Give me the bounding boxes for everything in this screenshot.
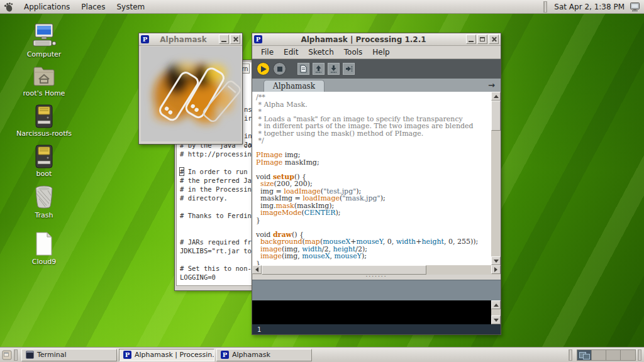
menu-tools[interactable]: Tools <box>339 47 368 58</box>
taskbar-drag-handle[interactable] <box>569 349 572 361</box>
scroll-up-button[interactable] <box>491 92 501 101</box>
menu-applications[interactable]: Applications <box>18 0 75 14</box>
scroll-down-button[interactable] <box>491 315 501 324</box>
save-button[interactable] <box>328 63 340 75</box>
console-splitter[interactable]: ······· <box>252 275 501 280</box>
desktop-icon-computer[interactable]: Computer <box>11 23 77 58</box>
editor-horizontal-scrollbar[interactable] <box>252 265 501 275</box>
workspace-2[interactable] <box>592 350 606 360</box>
workspace-1[interactable] <box>577 350 592 360</box>
terminal-line: # the preferred Jav <box>177 176 252 185</box>
scrollbar-thumb[interactable] <box>491 101 501 131</box>
splitter-grip-dots: ······· <box>365 275 387 278</box>
stop-button[interactable] <box>273 62 286 75</box>
sketch-window-titlebar[interactable]: P Alphamask <box>139 33 242 46</box>
menu-sketch[interactable]: Sketch <box>303 47 338 58</box>
gnome-foot-icon[interactable] <box>3 1 14 13</box>
sketch-canvas[interactable] <box>141 47 241 141</box>
menu-file[interactable]: File <box>256 47 279 58</box>
tab-alphamask[interactable]: Alphamask <box>264 80 325 92</box>
code-line: * together using the mask() method of PI… <box>256 130 489 138</box>
message-area <box>252 280 501 300</box>
desktop-icon-trash[interactable]: Trash <box>11 185 77 219</box>
editor-vertical-scrollbar[interactable] <box>491 92 501 265</box>
menu-help[interactable]: Help <box>367 47 394 58</box>
menu-edit[interactable]: Edit <box>279 47 303 58</box>
scroll-down-button[interactable] <box>491 256 501 265</box>
menu-system[interactable]: System <box>111 0 150 14</box>
taskbar: Terminal P Alphamask | Processin... P Al… <box>0 347 644 362</box>
ide-toolbar <box>252 59 501 79</box>
ide-titlebar[interactable]: P Alphamask | Processing 1.2.1 <box>252 33 501 46</box>
maximize-button[interactable] <box>477 35 487 44</box>
show-desktop-icon[interactable] <box>2 350 12 360</box>
processing-icon: P <box>221 351 229 359</box>
status-bar: 1 <box>252 324 501 334</box>
terminal-line <box>177 202 252 211</box>
new-sketch-button[interactable] <box>297 63 309 75</box>
code-line: */ <box>256 137 489 145</box>
ide-window-title: Alphamask | Processing 1.2.1 <box>262 35 465 44</box>
desktop-icon-narcissus-rootfs[interactable]: Narcissus-rootfs <box>11 104 77 138</box>
minimize-button[interactable] <box>466 35 476 44</box>
close-icon <box>491 36 497 42</box>
desktop-icon-home[interactable]: root's Home <box>11 64 77 97</box>
workspace-3[interactable] <box>606 350 621 360</box>
console-area[interactable] <box>252 300 501 324</box>
console-vertical-scrollbar[interactable] <box>491 300 501 324</box>
drive-icon <box>33 145 55 168</box>
export-icon <box>345 65 353 73</box>
clock[interactable]: Sat Apr 2, 1:38 PM <box>549 3 630 11</box>
tab-menu-arrow-icon[interactable]: → <box>488 80 495 90</box>
taskbar-item-alphamask[interactable]: P Alphamask <box>216 349 312 361</box>
desktop-icon-label: Trash <box>11 211 77 219</box>
terminal-line: LOGGING=0 <box>177 273 252 282</box>
scroll-right-button[interactable] <box>491 265 501 274</box>
taskbar-item-terminal[interactable]: Terminal <box>21 349 117 361</box>
arrow-down-icon <box>494 260 499 263</box>
trash-icon <box>32 185 56 210</box>
arrow-left-icon <box>255 267 258 272</box>
close-button[interactable] <box>230 35 240 44</box>
run-button[interactable] <box>257 62 270 75</box>
stop-icon <box>277 67 282 72</box>
code-line: image(img, mouseX, mouseY); <box>256 253 489 260</box>
desktop-icon-label: Computer <box>11 50 77 58</box>
close-icon <box>233 36 238 42</box>
minimize-icon <box>221 41 226 42</box>
panel-drag-handle[interactable] <box>543 1 547 13</box>
run-icon <box>261 66 267 72</box>
sketch-output-window[interactable]: P Alphamask <box>138 33 243 145</box>
sketch-window-title: Alphamask <box>149 35 218 44</box>
terminal-lines: # by the "java" cor# http://processing #… <box>177 141 252 282</box>
workspace-switcher <box>577 349 636 361</box>
scrollbar-thumb[interactable] <box>262 265 426 275</box>
desktop-icon-cloud9[interactable]: Cloud9 <box>11 231 77 266</box>
workspace-4[interactable] <box>621 350 635 360</box>
desktop-icon-boot[interactable]: boot <box>11 145 77 178</box>
minimize-icon <box>469 41 474 42</box>
taskbar-item-processing-ide[interactable]: P Alphamask | Processin... <box>119 349 214 361</box>
processing-ide-window[interactable]: P Alphamask | Processing 1.2.1 File Edit… <box>252 33 501 335</box>
display-applet-icon[interactable] <box>630 2 640 12</box>
open-button[interactable] <box>313 63 325 75</box>
desktop-icon-label: root's Home <box>11 89 77 97</box>
terminal-line <box>177 220 252 229</box>
code-line: } <box>256 217 489 224</box>
taskbar-item-label: Terminal <box>37 351 67 359</box>
terminal-line: # In order to run P <box>177 167 252 176</box>
scroll-left-button[interactable] <box>252 265 262 274</box>
export-button[interactable] <box>343 63 355 75</box>
terminal-line: # http://processing <box>177 150 252 158</box>
terminal-line-fragment: ns <box>244 106 252 113</box>
taskbar-drag-handle[interactable] <box>638 349 641 361</box>
code-editor[interactable]: /** * Alpha Mask. * * Loads a "mask" for… <box>252 92 501 265</box>
minimize-button[interactable] <box>219 35 229 44</box>
menu-places[interactable]: Places <box>75 0 111 14</box>
close-button[interactable] <box>489 35 499 44</box>
scroll-up-button[interactable] <box>491 300 501 309</box>
terminal-line: # Set this to non-z <box>177 264 252 273</box>
taskbar-item-label: Alphamask <box>232 351 270 359</box>
code-line: PImage maskImg; <box>256 159 489 167</box>
taskbar-drag-handle[interactable] <box>14 349 18 361</box>
